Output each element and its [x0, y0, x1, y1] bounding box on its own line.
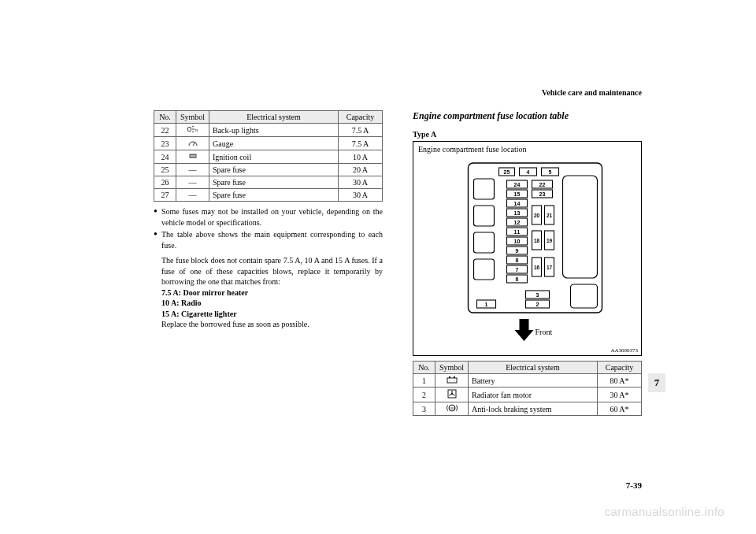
th-capacity: Capacity: [339, 111, 383, 124]
svg-text:11: 11: [514, 229, 521, 235]
svg-text:1: 1: [485, 302, 488, 307]
table-row: 22 R Back-up lights 7.5 A: [154, 124, 383, 137]
svg-marker-68: [515, 330, 534, 341]
svg-text:R: R: [195, 128, 198, 132]
th-symbol: Symbol: [435, 362, 469, 374]
table-row: 26 — Spare fuse 30 A: [154, 176, 383, 189]
table-row: 1 +- Battery 80 A*: [413, 374, 642, 388]
svg-text:14: 14: [514, 201, 521, 206]
battery-icon: +-: [447, 376, 458, 385]
svg-rect-12: [571, 284, 598, 308]
svg-text:10: 10: [514, 239, 521, 244]
svg-text:17: 17: [547, 265, 553, 270]
dash-icon: —: [176, 164, 209, 176]
th-system: Electrical system: [209, 111, 339, 124]
type-label: Type A: [413, 130, 642, 139]
svg-text:2: 2: [536, 302, 539, 307]
th-capacity: Capacity: [598, 362, 642, 374]
svg-text:12: 12: [514, 220, 521, 225]
fan-icon: [447, 389, 457, 400]
svg-text:4: 4: [527, 169, 530, 175]
arrow-down-icon: [515, 319, 534, 341]
th-symbol: Symbol: [176, 111, 209, 124]
svg-text:5: 5: [549, 169, 552, 175]
right-fuse-table: No. Symbol Electrical system Capacity 1 …: [413, 361, 642, 416]
svg-rect-71: [454, 376, 455, 378]
th-no: No.: [413, 362, 435, 374]
content-columns: No. Symbol Electrical system Capacity 22…: [0, 71, 756, 416]
page-number: 7-39: [626, 480, 642, 490]
backup-light-icon: R: [187, 125, 198, 135]
svg-text:ABS: ABS: [449, 406, 455, 410]
note-line: 10 A: Radio: [154, 298, 383, 309]
figure-box: Engine compartment fuse location: [413, 141, 642, 356]
dash-icon: —: [176, 189, 209, 202]
svg-text:19: 19: [547, 238, 553, 243]
gauge-icon: [188, 139, 198, 148]
table-row: 25 — Spare fuse 20 A: [154, 164, 383, 176]
note-item: The table above shows the main equipment…: [154, 229, 383, 250]
figure-title: Engine compartment fuse location: [418, 145, 636, 154]
note-line: Replace the borrowed fuse as soon as pos…: [154, 319, 383, 330]
svg-text:22: 22: [539, 182, 546, 187]
note-line: 15 A: Cigarette lighter: [154, 309, 383, 320]
svg-rect-11: [563, 176, 598, 278]
svg-rect-15: [474, 232, 495, 253]
note-item: Some fuses may not be installed on your …: [154, 206, 383, 228]
watermark: carmanualsonline.info: [605, 505, 724, 518]
svg-text:15: 15: [514, 191, 521, 197]
svg-rect-0: [187, 128, 191, 132]
th-system: Electrical system: [469, 362, 598, 374]
th-no: No.: [154, 111, 176, 124]
svg-text:18: 18: [534, 238, 540, 243]
svg-rect-67: [520, 319, 529, 330]
svg-line-3: [192, 132, 194, 132]
svg-text:21: 21: [547, 213, 553, 218]
svg-rect-70: [449, 376, 450, 378]
svg-text:7: 7: [516, 267, 519, 273]
svg-rect-13: [474, 179, 495, 199]
svg-text:25: 25: [504, 169, 510, 175]
svg-rect-16: [474, 259, 495, 280]
chapter-tab: 7: [648, 373, 665, 392]
svg-text:9: 9: [516, 248, 519, 254]
dash-icon: —: [176, 176, 209, 189]
svg-text:+: +: [449, 379, 451, 383]
svg-text:24: 24: [514, 182, 521, 187]
abs-icon: ABS: [447, 404, 458, 413]
section-title: Engine compartment fuse location table: [413, 110, 642, 122]
page: Vehicle care and maintenance No. Symbol …: [0, 0, 756, 534]
svg-text:3: 3: [536, 292, 539, 298]
front-label: Front: [536, 328, 553, 336]
svg-text:6: 6: [516, 276, 519, 282]
fuse-diagram: 25 4 5: [418, 157, 636, 352]
notes-list: Some fuses may not be installed on your …: [154, 206, 383, 250]
table-row: 23 Gauge 7.5 A: [154, 137, 383, 150]
svg-line-1: [192, 126, 194, 127]
table-row: 24 Ignition coil 10 A: [154, 150, 383, 164]
table-row: 3 ABS Anti-lock braking system 60 A*: [413, 402, 642, 416]
svg-text:13: 13: [514, 210, 521, 216]
svg-line-5: [193, 142, 195, 146]
left-fuse-table: No. Symbol Electrical system Capacity 22…: [154, 110, 383, 202]
svg-text:8: 8: [516, 258, 519, 263]
svg-text:-: -: [454, 379, 455, 383]
note-line: The fuse block does not contain spare 7.…: [154, 255, 383, 287]
svg-text:16: 16: [534, 265, 540, 270]
ignition-coil-icon: [188, 152, 198, 161]
note-line: 7.5 A: Door mirror heater: [154, 287, 383, 299]
table-row: 27 — Spare fuse 30 A: [154, 189, 383, 202]
svg-text:23: 23: [539, 191, 546, 197]
left-column: No. Symbol Electrical system Capacity 22…: [154, 110, 383, 416]
notes-body: The fuse block does not contain spare 7.…: [154, 255, 383, 330]
table-row: 2 Radiator fan motor 30 A*: [413, 388, 642, 402]
right-column: Engine compartment fuse location table T…: [413, 110, 642, 416]
figure-id: AA3000373: [610, 347, 638, 354]
section-header: Vehicle care and maintenance: [542, 88, 642, 97]
svg-text:20: 20: [534, 213, 540, 218]
svg-rect-14: [474, 206, 495, 226]
